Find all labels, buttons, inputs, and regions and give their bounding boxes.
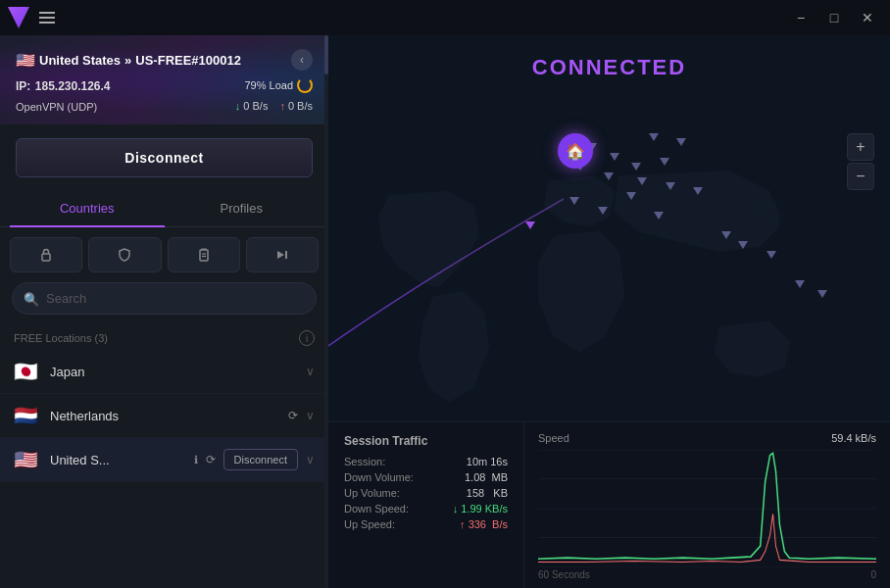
us-info-icon: ℹ xyxy=(194,454,198,466)
speed-header: Speed 59.4 kB/s xyxy=(538,432,876,444)
header-title-row: 🇺🇸 United States » US-FREE#100012 ‹ xyxy=(16,49,313,71)
vpn-logo-icon xyxy=(8,7,29,28)
left-panel: 🇺🇸 United States » US-FREE#100012 ‹ IP: … xyxy=(0,35,328,588)
country-item-us[interactable]: 🇺🇸 United S... ℹ ⟳ Disconnect ∨ xyxy=(0,438,328,482)
clipboard-icon xyxy=(196,247,212,263)
country-item-japan[interactable]: 🇯🇵 Japan ∨ xyxy=(0,350,328,394)
header-server: 🇺🇸 United States » US-FREE#100012 xyxy=(16,51,241,70)
netherlands-sync-icon[interactable]: ⟳ xyxy=(288,409,298,422)
menu-line xyxy=(39,12,55,14)
netherlands-actions: ⟳ ∨ xyxy=(288,409,315,422)
minimize-button[interactable]: − xyxy=(786,8,816,27)
chart-footer: 60 Seconds 0 xyxy=(538,569,876,580)
svg-rect-0 xyxy=(42,254,50,261)
maximize-button[interactable]: □ xyxy=(819,8,849,27)
session-val-0: 10m 16s xyxy=(467,456,508,467)
tab-profiles[interactable]: Profiles xyxy=(165,191,320,227)
session-row-1: Down Volume: 1.08 MB xyxy=(344,471,508,483)
up-speed-value: 0 B/s xyxy=(288,100,313,112)
session-key-3: Down Speed: xyxy=(344,503,409,514)
filter-lock-button[interactable] xyxy=(10,237,82,272)
scrollbar-thumb xyxy=(324,35,328,74)
session-val-1: 1.08 MB xyxy=(465,471,508,483)
session-key-0: Session: xyxy=(344,456,385,467)
session-val-2: 158 KB xyxy=(467,487,508,499)
session-key-2: Up Volume: xyxy=(344,487,400,499)
country-list: 🇯🇵 Japan ∨ 🇳🇱 Netherlands ⟳ ∨ 🇺🇸 United … xyxy=(0,350,328,482)
zoom-out-button[interactable]: − xyxy=(847,163,874,190)
down-speed-arrow-icon: ↓ xyxy=(453,503,459,514)
session-val-3: ↓ 1.99 KB/s xyxy=(453,503,508,514)
svg-rect-4 xyxy=(285,251,287,259)
filter-clipboard-button[interactable] xyxy=(168,237,240,272)
bottom-panel: Session Traffic Session: 10m 16s Down Vo… xyxy=(328,421,890,588)
japan-name: Japan xyxy=(50,365,306,379)
us-name: United S... xyxy=(50,453,194,467)
country-flag-icon: 🇺🇸 xyxy=(16,51,35,70)
right-panel: CONNECTED xyxy=(328,35,890,588)
session-row-0: Session: 10m 16s xyxy=(344,456,508,467)
section-right: i xyxy=(299,330,315,346)
info-icon[interactable]: i xyxy=(299,330,315,346)
japan-flag-icon: 🇯🇵 xyxy=(14,360,38,383)
search-icon: 🔍 xyxy=(24,291,39,306)
main-layout: 🇺🇸 United States » US-FREE#100012 ‹ IP: … xyxy=(0,35,890,588)
up-speed-arrow-icon: ↑ xyxy=(460,518,466,530)
disconnect-button[interactable]: Disconnect xyxy=(16,138,313,177)
header-bottom-row: OpenVPN (UDP) ↓ 0 B/s ↑ 0 B/s xyxy=(16,98,313,113)
country-item-netherlands[interactable]: 🇳🇱 Netherlands ⟳ ∨ xyxy=(0,394,328,438)
close-button[interactable]: ✕ xyxy=(853,8,882,27)
speed-chart: Speed 59.4 kB/s xyxy=(524,422,890,588)
titlebar: − □ ✕ xyxy=(0,0,890,35)
chart-area xyxy=(538,450,876,567)
tab-countries[interactable]: Countries xyxy=(10,191,165,227)
netherlands-expand-icon[interactable]: ∨ xyxy=(306,409,315,422)
tab-bar: Countries Profiles xyxy=(0,191,328,227)
ip-value: 185.230.126.4 xyxy=(35,79,111,93)
load-value: 79% Load xyxy=(244,79,293,91)
header-content: 🇺🇸 United States » US-FREE#100012 ‹ IP: … xyxy=(16,49,313,113)
shield-icon xyxy=(117,247,132,263)
speed-value: 59.4 kB/s xyxy=(831,432,876,444)
menu-line xyxy=(39,17,55,19)
speeds: ↓ 0 B/s ↑ 0 B/s xyxy=(235,98,313,113)
section-header: FREE Locations (3) i xyxy=(0,324,328,350)
us-disconnect-button[interactable]: Disconnect xyxy=(223,449,298,470)
server-arrow: » xyxy=(124,53,131,68)
header-details: IP: 185.230.126.4 79% Load xyxy=(16,76,313,94)
us-expand-icon[interactable]: ∨ xyxy=(306,453,315,466)
japan-expand-icon[interactable]: ∨ xyxy=(306,365,315,378)
session-key-4: Up Speed: xyxy=(344,518,395,530)
connected-status: CONNECTED xyxy=(532,55,686,80)
down-speed-value: 0 B/s xyxy=(243,100,268,112)
load-indicator: 79% Load xyxy=(244,77,313,93)
titlebar-left xyxy=(8,7,55,28)
speed-chart-svg xyxy=(538,450,876,567)
server-id: US-FREE#100012 xyxy=(135,53,241,68)
filter-shield-button[interactable] xyxy=(88,237,161,272)
session-traffic-title: Session Traffic xyxy=(344,434,508,448)
hamburger-menu-button[interactable] xyxy=(39,12,55,24)
netherlands-name: Netherlands xyxy=(50,409,288,423)
session-val-4: ↑ 336 B/s xyxy=(460,518,508,530)
down-speed: ↓ 0 B/s xyxy=(235,98,269,113)
session-row-4: Up Speed: ↑ 336 B/s xyxy=(344,518,508,530)
home-icon: 🏠 xyxy=(566,142,585,161)
back-button[interactable]: ‹ xyxy=(291,49,313,71)
ip-address: IP: 185.230.126.4 xyxy=(16,76,111,94)
lock-icon xyxy=(38,247,54,263)
chart-footer-right: 0 xyxy=(870,569,876,580)
search-input[interactable] xyxy=(12,282,317,315)
ip-label: IP: xyxy=(16,79,30,93)
connected-country: United States xyxy=(39,53,121,68)
up-arrow-icon: ↑ xyxy=(279,100,285,112)
speed-label: Speed xyxy=(538,432,569,444)
filter-icons xyxy=(0,227,328,282)
zoom-in-button[interactable]: + xyxy=(847,133,874,161)
load-circle-icon xyxy=(297,77,313,93)
us-sync-icon[interactable]: ⟳ xyxy=(206,453,216,466)
session-traffic: Session Traffic Session: 10m 16s Down Vo… xyxy=(328,422,524,588)
us-flag-icon: 🇺🇸 xyxy=(14,448,38,471)
filter-skip-button[interactable] xyxy=(246,237,319,272)
protocol-label: OpenVPN (UDP) xyxy=(16,101,97,113)
